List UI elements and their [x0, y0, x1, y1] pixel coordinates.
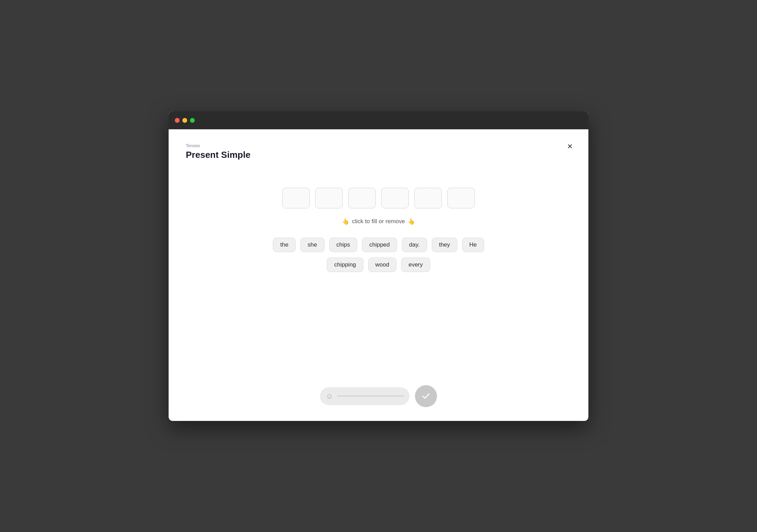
word-chip-he[interactable]: He	[462, 238, 484, 252]
word-chip-they[interactable]: they	[432, 238, 457, 252]
progress-line	[337, 395, 404, 397]
instruction-text: click to fill or remove	[352, 218, 405, 225]
progress-track: ☺	[320, 387, 409, 405]
word-row-1: the she chips chipped day. they He	[273, 238, 484, 252]
answer-slot-3[interactable]	[348, 188, 376, 208]
answer-slots	[282, 188, 475, 208]
answer-slot-1[interactable]	[282, 188, 310, 208]
word-chip-day[interactable]: day.	[402, 238, 427, 252]
instruction-emoji-right: 👆	[408, 218, 415, 225]
word-chip-wood[interactable]: wood	[368, 258, 397, 272]
answer-slot-6[interactable]	[447, 188, 475, 208]
word-chip-chipping[interactable]: chipping	[327, 258, 363, 272]
page-title: Present Simple	[186, 150, 571, 160]
traffic-light-yellow[interactable]	[182, 118, 187, 123]
checkmark-icon	[421, 391, 431, 401]
answer-slot-2[interactable]	[315, 188, 343, 208]
app-window: × Tenses Present Simple 👆 click to fill …	[169, 111, 588, 421]
smiley-icon: ☺	[326, 392, 333, 401]
close-button[interactable]: ×	[567, 142, 573, 151]
word-chip-chipped[interactable]: chipped	[362, 238, 397, 252]
word-bank: the she chips chipped day. they He chipp…	[273, 238, 484, 272]
exercise-area: 👆 click to fill or remove 👆 the she chip…	[186, 188, 571, 272]
word-chip-she[interactable]: she	[300, 238, 324, 252]
subtitle: Tenses	[186, 143, 571, 148]
word-chip-chips[interactable]: chips	[329, 238, 358, 252]
word-chip-every[interactable]: every	[401, 258, 430, 272]
word-row-2: chipping wood every	[327, 258, 430, 272]
instruction: 👆 click to fill or remove 👆	[342, 218, 415, 225]
titlebar	[169, 111, 588, 129]
instruction-emoji-left: 👆	[342, 218, 349, 225]
answer-slot-5[interactable]	[414, 188, 442, 208]
bottom-bar: ☺	[320, 385, 437, 407]
content-area: × Tenses Present Simple 👆 click to fill …	[169, 129, 588, 421]
check-answer-button[interactable]	[415, 385, 437, 407]
answer-slot-4[interactable]	[381, 188, 409, 208]
word-chip-the[interactable]: the	[273, 238, 296, 252]
traffic-light-red[interactable]	[175, 118, 180, 123]
traffic-light-green[interactable]	[190, 118, 195, 123]
